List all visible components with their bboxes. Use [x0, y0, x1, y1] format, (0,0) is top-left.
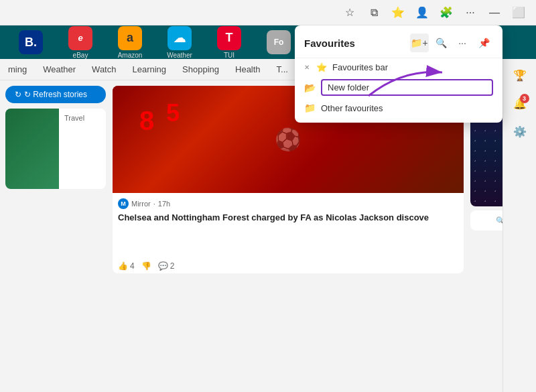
pin-fav-button[interactable]: 📌 [474, 34, 493, 52]
amazon-letter: a [127, 31, 133, 45]
booking-icon: B. [19, 30, 43, 54]
profile-button[interactable]: 👤 [413, 3, 431, 22]
news-title: Chelsea and Nottingham Forest charged by… [118, 212, 458, 224]
fav-bar-label: Favourites bar [332, 62, 388, 72]
quick-link-gaming[interactable]: ming [5, 63, 29, 76]
small-card-source: Travel [64, 114, 84, 122]
browser-chrome: ☆ ⧉ ⭐ 👤 🧩 ··· — ⬜ [0, 0, 536, 25]
news-actions: 👍 4 👎 💬 2 [113, 259, 464, 273]
restore-button[interactable]: ⬜ [509, 3, 528, 22]
amazon-icon: a [118, 26, 142, 50]
extension-button[interactable]: 🧩 [437, 3, 456, 22]
more-button[interactable]: ··· [461, 3, 480, 22]
tab-button[interactable]: ⧉ [364, 3, 383, 22]
refresh-label: ↻ Refresh stories [24, 90, 87, 99]
add-folder-button[interactable]: 📁+ [410, 34, 429, 52]
fav-header-icons: 📁+ 🔍 ··· 📌 [410, 34, 493, 52]
ebay-letter: e [78, 33, 82, 43]
news-column: ⚽ 8 5 M Mirror · 17h Chelsea and N [113, 86, 464, 353]
booking-letter: B. [25, 36, 37, 50]
comment-count: 2 [170, 261, 175, 271]
like-button[interactable]: 👍 4 [118, 261, 135, 271]
weather-icon: ☁ [168, 26, 192, 50]
search-fav-button[interactable]: 🔍 [431, 34, 450, 52]
close-bar-icon: ✕ [304, 64, 310, 71]
quick-link-more[interactable]: T... [274, 63, 291, 76]
weather-letter: ☁ [174, 31, 186, 46]
fav-bar-icon: ⭐ [316, 62, 327, 72]
settings-button[interactable]: ⚙️ [509, 121, 531, 142]
tui-label: TUI [224, 52, 234, 59]
nav-icon-tui[interactable]: T TUI [206, 26, 252, 59]
other-favourites-item[interactable]: 📁 Other favourites [295, 99, 503, 117]
quick-link-shopping[interactable]: Shopping [180, 63, 222, 76]
like-count: 4 [130, 261, 135, 271]
nav-icon-weather[interactable]: ☁ Weather [157, 26, 202, 59]
bell-button[interactable]: 🔔 3 [509, 92, 531, 114]
bell-badge: 3 [520, 94, 529, 103]
trophy-button[interactable]: 🏆 [509, 64, 531, 86]
news-card-small[interactable]: Travel [5, 109, 106, 189]
other-fav-label: Other favourites [321, 103, 383, 113]
news-source: M Mirror · 17h [118, 198, 458, 209]
new-folder-row: 📂 [295, 76, 503, 99]
source-logo: M [118, 198, 129, 209]
more-letter: Fo [274, 38, 284, 47]
quick-link-learning[interactable]: Learning [129, 63, 169, 76]
jersey-number-8: 8 [139, 106, 154, 136]
new-folder-input[interactable] [321, 79, 493, 96]
left-column: ↻ ↻ Refresh stories Travel [5, 86, 106, 353]
nav-icon-amazon[interactable]: a Amazon [107, 26, 153, 59]
quick-link-health[interactable]: Health [232, 63, 263, 76]
tui-icon: T [217, 26, 241, 50]
comment-button[interactable]: 💬 2 [158, 261, 175, 271]
refresh-icon: ↻ [15, 90, 21, 99]
other-folder-icon: 📁 [304, 103, 316, 113]
fav-bar-item[interactable]: ✕ ⭐ Favourites bar [295, 58, 503, 76]
tui-letter: T [226, 31, 233, 45]
quick-link-watch[interactable]: Watch [89, 63, 119, 76]
news-card-body: M Mirror · 17h Chelsea and Nottingham Fo… [113, 193, 464, 259]
dislike-button[interactable]: 👎 [141, 261, 151, 271]
jersey-icon: ⚽ [275, 127, 302, 152]
nav-icon-booking[interactable]: B. [8, 30, 54, 54]
quick-link-weather[interactable]: Weather [40, 63, 78, 76]
more-fav-button[interactable]: ··· [453, 34, 472, 52]
source-separator: · [153, 200, 155, 208]
fav-panel-title: Favourites [304, 38, 355, 49]
star-button[interactable]: ☆ [340, 3, 359, 22]
small-card-body: Travel [59, 109, 90, 189]
minimize-button[interactable]: — [485, 3, 504, 22]
fav-panel-header: Favourites 📁+ 🔍 ··· 📌 [295, 25, 503, 58]
right-toolbar: 🏆 🔔 3 ⚙️ [503, 59, 536, 392]
source-time: 17h [158, 200, 170, 208]
more-sites-icon: Fo [267, 30, 291, 54]
jersey-number-5: 5 [166, 99, 180, 127]
weather-label: Weather [167, 52, 192, 59]
fav-star-button[interactable]: ⭐ [389, 3, 407, 22]
refresh-stories-button[interactable]: ↻ ↻ Refresh stories [5, 86, 106, 103]
amazon-label: Amazon [118, 52, 143, 59]
nav-icon-ebay[interactable]: e eBay [58, 26, 103, 59]
source-name: Mirror [131, 200, 151, 208]
ebay-label: eBay [73, 52, 88, 59]
small-card-image [5, 109, 59, 189]
ebay-icon: e [68, 26, 92, 50]
browser-content: B. e eBay a Amazon ☁ Weather [0, 25, 536, 392]
favourites-panel: Favourites 📁+ 🔍 ··· 📌 ✕ ⭐ Favourites bar… [295, 25, 503, 123]
open-folder-icon: 📂 [304, 82, 316, 93]
